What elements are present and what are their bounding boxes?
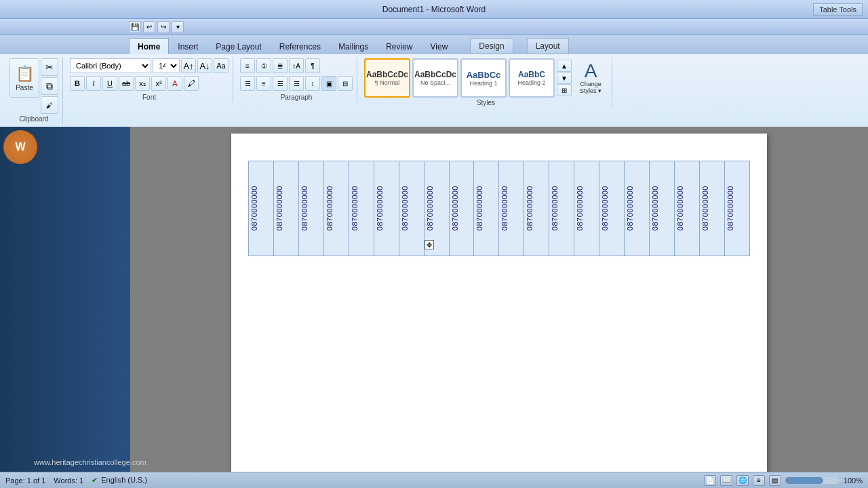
tab-references[interactable]: References bbox=[271, 38, 330, 54]
underline-button[interactable]: U bbox=[102, 76, 117, 91]
line-spacing-button[interactable]: ↕ bbox=[305, 76, 320, 91]
clear-format-button[interactable]: Aa bbox=[214, 58, 229, 73]
table-cell[interactable]: 0870000000 bbox=[399, 161, 424, 256]
align-center-button[interactable]: ≡ bbox=[256, 76, 271, 91]
tab-page-layout[interactable]: Page Layout bbox=[207, 38, 270, 54]
cell-text: 0870000000 bbox=[275, 186, 283, 230]
font-family-select[interactable]: Calibri (Body) bbox=[70, 58, 151, 73]
align-right-button[interactable]: ☰ bbox=[273, 76, 288, 91]
cell-text: 0870000000 bbox=[475, 186, 484, 230]
redo-button[interactable]: ↪ bbox=[157, 21, 170, 33]
table-cell[interactable]: 0870000000 bbox=[298, 161, 323, 256]
table-cell[interactable]: 0870000000 bbox=[323, 161, 349, 256]
increase-font-button[interactable]: A↑ bbox=[181, 58, 196, 73]
zoom-fill bbox=[785, 477, 823, 484]
decrease-font-button[interactable]: A↓ bbox=[197, 58, 212, 73]
strikethrough-button[interactable]: ab bbox=[119, 76, 134, 91]
table-cell[interactable]: 0870000000 bbox=[273, 161, 298, 256]
italic-button[interactable]: I bbox=[86, 76, 101, 91]
table-cell[interactable]: 0870000000 bbox=[374, 161, 399, 256]
style-heading2-button[interactable]: AaBbC Heading 2 bbox=[509, 58, 555, 98]
table-cell[interactable]: 0870000000 bbox=[699, 161, 724, 256]
table-cell[interactable]: 0870000000 bbox=[549, 161, 574, 256]
clipboard-group-inner: 📋 Paste ✂ ⧉ 🖌 bbox=[9, 58, 58, 114]
styles-expand-button[interactable]: ⊞ bbox=[557, 84, 572, 96]
font-color-button[interactable]: A bbox=[167, 76, 182, 91]
word-table[interactable]: 0870000000 0870000000 0870000000 0870000… bbox=[248, 161, 750, 256]
highlight-button[interactable]: 🖍 bbox=[184, 76, 199, 91]
bold-button[interactable]: B bbox=[70, 76, 85, 91]
format-painter-button[interactable]: 🖌 bbox=[41, 96, 58, 114]
tab-mailings[interactable]: Mailings bbox=[330, 38, 377, 54]
tab-layout[interactable]: Layout bbox=[527, 38, 569, 54]
styles-buttons: AaBbCcDc ¶ Normal AaBbCcDc No Spaci... A… bbox=[364, 58, 608, 98]
table-cell[interactable]: 0870000000 bbox=[499, 161, 524, 256]
ribbon-tabs: Home Insert Page Layout References Maili… bbox=[0, 35, 868, 54]
show-hide-button[interactable]: ¶ bbox=[305, 58, 320, 73]
multilevel-button[interactable]: ≣ bbox=[273, 58, 288, 73]
table-cell[interactable]: 0870000000 bbox=[599, 161, 625, 256]
cell-text: 0870000000 bbox=[651, 186, 659, 230]
status-right: 📄 📖 🌐 ≡ ▤ 100% bbox=[704, 475, 863, 486]
table-cell[interactable]: 0870000000 bbox=[449, 161, 474, 256]
style-normal-button[interactable]: AaBbCcDc ¶ Normal bbox=[364, 58, 410, 98]
cell-text: 0870000000 bbox=[326, 186, 334, 230]
style-heading1-button[interactable]: AaBbCc Heading 1 bbox=[460, 58, 507, 98]
bullets-button[interactable]: ≡ bbox=[240, 58, 255, 73]
tab-review[interactable]: Review bbox=[377, 38, 421, 54]
print-layout-button[interactable]: 📄 bbox=[704, 475, 716, 486]
zoom-bar[interactable] bbox=[785, 477, 840, 484]
cell-text: 0870000000 bbox=[451, 186, 459, 230]
cell-text: 0870000000 bbox=[726, 186, 734, 230]
table-cell[interactable]: 0870000000 bbox=[574, 161, 599, 256]
table-cell[interactable]: 0870000000 bbox=[524, 161, 549, 256]
align-left-button[interactable]: ☰ bbox=[240, 76, 255, 91]
tab-design[interactable]: Design bbox=[470, 38, 513, 54]
superscript-button[interactable]: x² bbox=[151, 76, 166, 91]
subscript-button[interactable]: x₂ bbox=[135, 76, 150, 91]
undo-button[interactable]: ↩ bbox=[143, 21, 155, 33]
styles-scroll-down-button[interactable]: ▼ bbox=[557, 72, 572, 84]
styles-scroll-up-button[interactable]: ▲ bbox=[557, 60, 572, 72]
font-size-select[interactable]: 14 bbox=[153, 58, 180, 73]
cell-text: 0870000000 bbox=[676, 186, 684, 230]
table-cell[interactable]: 0870000000 bbox=[349, 161, 374, 256]
title-bar: Document1 - Microsoft Word Table Tools bbox=[0, 0, 868, 19]
table-cell[interactable]: 0870000000 bbox=[249, 161, 274, 256]
shading-button[interactable]: ▣ bbox=[321, 76, 336, 91]
cell-text: 0870000000 bbox=[526, 186, 534, 230]
font-label: Font bbox=[142, 92, 156, 101]
left-sidebar: W bbox=[0, 127, 130, 483]
cell-text: 0870000000 bbox=[576, 186, 584, 230]
outline-button[interactable]: ≡ bbox=[753, 475, 765, 486]
cell-text: 0870000000 bbox=[300, 186, 309, 230]
tab-view[interactable]: View bbox=[422, 38, 457, 54]
table-cell[interactable]: 0870000000 bbox=[724, 161, 749, 256]
draft-button[interactable]: ▤ bbox=[769, 475, 781, 486]
web-layout-button[interactable]: 🌐 bbox=[736, 475, 749, 486]
document[interactable]: ✥ 0870000000 0870000000 0870000000 08700… bbox=[231, 134, 767, 483]
tab-insert[interactable]: Insert bbox=[169, 38, 207, 54]
full-reading-button[interactable]: 📖 bbox=[720, 475, 732, 486]
table-cell[interactable]: 0870000000 bbox=[650, 161, 675, 256]
justify-button[interactable]: ☰ bbox=[289, 76, 304, 91]
borders-button[interactable]: ⊟ bbox=[338, 76, 353, 91]
tab-home[interactable]: Home bbox=[129, 38, 169, 54]
customize-qa-button[interactable]: ▾ bbox=[172, 21, 184, 33]
copy-button[interactable]: ⧉ bbox=[41, 77, 58, 95]
paste-button[interactable]: 📋 Paste bbox=[9, 58, 39, 98]
cut-button[interactable]: ✂ bbox=[41, 58, 58, 76]
sort-button[interactable]: ↕A bbox=[289, 58, 304, 73]
document-content: 0870000000 0870000000 0870000000 0870000… bbox=[231, 134, 767, 270]
styles-label: Styles bbox=[477, 98, 495, 106]
office-button[interactable]: W bbox=[3, 130, 37, 164]
cell-text: 0870000000 bbox=[250, 186, 258, 230]
numbering-button[interactable]: ① bbox=[256, 58, 271, 73]
table-move-handle[interactable]: ✥ bbox=[425, 240, 434, 249]
change-styles-button[interactable]: A ChangeStyles ▾ bbox=[574, 58, 608, 98]
save-button[interactable]: 💾 bbox=[129, 21, 141, 33]
table-cell[interactable]: 0870000000 bbox=[625, 161, 650, 256]
table-cell[interactable]: 0870000000 bbox=[674, 161, 699, 256]
style-no-spacing-button[interactable]: AaBbCcDc No Spaci... bbox=[412, 58, 458, 98]
table-cell[interactable]: 0870000000 bbox=[474, 161, 499, 256]
